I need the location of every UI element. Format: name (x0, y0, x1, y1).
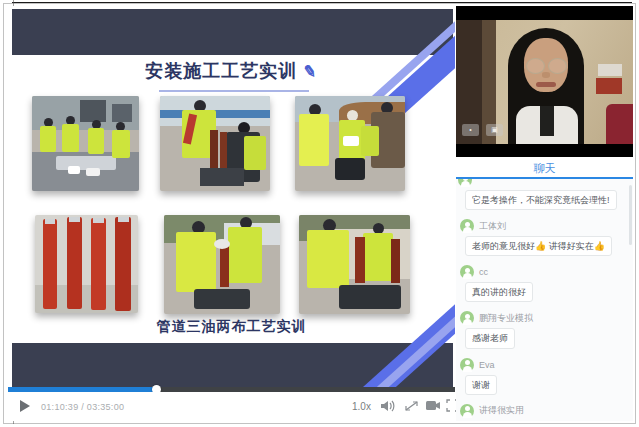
slide-photo-4 (35, 215, 138, 313)
slide-top-bar (12, 9, 453, 55)
avatar (460, 219, 474, 233)
presentation-slide[interactable]: 安装施工工艺实训 ✎ (8, 6, 455, 387)
chat-message: 工体刘 老师的意见很好👍 讲得好实在👍 (456, 217, 633, 256)
slide-photo-1 (32, 96, 139, 191)
webcam-video[interactable]: • ▣ (456, 6, 633, 157)
chat-username: 讲得很实用 (479, 404, 524, 417)
volume-icon[interactable] (380, 399, 396, 413)
slide-photo-5 (164, 215, 280, 314)
chat-username: 工体刘 (479, 220, 506, 233)
camera-icon[interactable] (425, 399, 441, 412)
mic-icon[interactable]: • (462, 124, 479, 136)
chat-tab-label: 聊天 (456, 161, 633, 176)
chat-message: Eva 谢谢 (456, 356, 633, 395)
chat-username: 鹏翔专业模拟 (479, 312, 533, 325)
chat-bubble: 它是考操作，不能深究竟纸会理性! (465, 190, 617, 210)
pencil-icon: ✎ (302, 61, 319, 82)
chat-bubble: 老师的意见很好👍 讲得好实在👍 (465, 236, 612, 256)
avatar (460, 358, 474, 372)
chat-bubble: 真的讲的很好 (465, 282, 533, 302)
chat-username: cc (479, 267, 488, 277)
chat-message: 讲得很实用 👍 (456, 402, 633, 421)
chat-bubble: 谢谢 (465, 375, 497, 395)
lines-icon[interactable] (404, 399, 419, 413)
slide-photo-3 (295, 96, 405, 191)
camera-toggle-icon[interactable]: ▣ (486, 124, 503, 136)
chat-username: Eva (479, 360, 495, 370)
play-button[interactable] (20, 400, 30, 412)
chat-tab[interactable]: 聊天 (456, 158, 633, 179)
slide-photo-6 (299, 215, 410, 314)
slide-photo-2 (160, 96, 270, 191)
avatar (460, 265, 474, 279)
slide-caption: 管道三油两布工艺实训 (8, 318, 455, 336)
chat-bubble: 感谢老师 (465, 328, 515, 348)
avatar (460, 311, 474, 325)
frame-line (12, 2, 632, 3)
title-underline (159, 90, 309, 92)
chat-message: cc 真的讲的很好 (456, 263, 633, 302)
player-controls: 01:10:39 / 03:35:00 1.0x (8, 392, 455, 421)
chat-message-list[interactable]: 它是考操作，不能深究竟纸会理性! 工体刘 老师的意见很好👍 讲得好实在👍 cc … (456, 179, 633, 421)
slide-title: 安装施工工艺实训 ✎ (8, 59, 455, 83)
chat-message: 鹏翔专业模拟 感谢老师 (456, 309, 633, 348)
playback-speed-button[interactable]: 1.0x (352, 401, 371, 412)
time-display: 01:10:39 / 03:35:00 (41, 402, 124, 412)
avatar (460, 404, 474, 418)
chat-message: 它是考操作，不能深究竟纸会理性! (456, 181, 633, 210)
webcam-feed: • ▣ (456, 20, 633, 144)
